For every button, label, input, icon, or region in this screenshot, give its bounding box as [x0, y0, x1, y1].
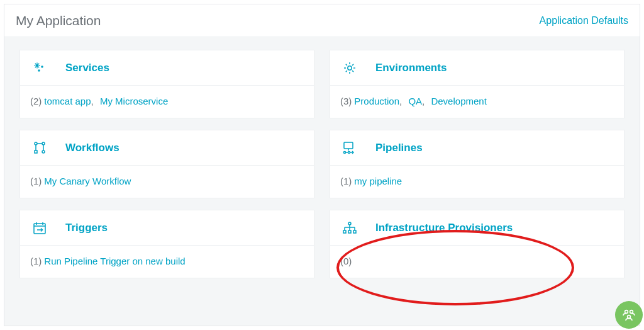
svg-line-19	[346, 71, 347, 72]
separator: ,	[399, 96, 402, 106]
svg-point-1	[41, 65, 43, 68]
gears-icon	[30, 60, 49, 76]
svg-point-48	[630, 310, 633, 314]
item-count: (1)	[30, 256, 42, 266]
workflows-card-header[interactable]: Workflows	[20, 130, 314, 166]
pipelines-card: Pipelines (1) my pipeline	[330, 130, 625, 198]
triggers-card-header[interactable]: Triggers	[20, 210, 314, 246]
calendar-arrow-icon	[30, 220, 49, 236]
hierarchy-icon	[340, 220, 359, 236]
workflow-link[interactable]: My Canary Workflow	[44, 176, 131, 186]
svg-rect-39	[343, 230, 346, 233]
svg-point-2	[38, 69, 40, 72]
svg-line-10	[35, 66, 36, 67]
svg-line-8	[38, 66, 39, 67]
card-title: Services	[65, 62, 109, 74]
svg-point-30	[348, 151, 350, 153]
svg-rect-41	[353, 230, 356, 233]
trigger-link[interactable]: Run Pipeline Trigger on new build	[44, 256, 185, 266]
svg-point-0	[36, 64, 38, 66]
triggers-card-body: (1) Run Pipeline Trigger on new build	[20, 246, 314, 278]
card-title: Pipelines	[375, 142, 423, 154]
infrastructure-provisioners-card-body: (0)	[330, 246, 624, 278]
services-card: Services (2) tomcat app, My Microservice	[19, 50, 314, 118]
pipeline-link[interactable]: my pipeline	[354, 176, 402, 186]
environments-card-header[interactable]: Environments	[330, 50, 624, 86]
header-bar: My Application Application Defaults	[4, 4, 640, 37]
service-link[interactable]: My Microservice	[100, 96, 168, 106]
pipelines-card-header[interactable]: Pipelines	[330, 130, 624, 166]
svg-line-17	[352, 71, 353, 72]
card-title: Triggers	[65, 222, 108, 234]
item-count: (1)	[340, 176, 352, 186]
pipeline-icon	[340, 140, 359, 156]
card-grid: Services (2) tomcat app, My Microservice	[4, 37, 640, 291]
svg-point-21	[42, 142, 45, 145]
separator: ,	[422, 96, 425, 106]
sun-icon	[340, 60, 359, 76]
svg-line-16	[346, 64, 347, 65]
svg-point-38	[348, 222, 351, 225]
environments-card-body: (3) Production, QA, Development	[330, 86, 624, 118]
item-count: (1)	[30, 176, 42, 186]
page-title: My Application	[16, 13, 101, 28]
community-fab[interactable]	[615, 301, 643, 329]
environments-card: Environments (3) Production, QA, Develop…	[330, 50, 625, 118]
card-title: Infrastructure Provisioners	[375, 222, 513, 234]
workflows-card-body: (1) My Canary Workflow	[20, 166, 314, 198]
pipelines-card-body: (1) my pipeline	[330, 166, 624, 198]
separator: ,	[91, 96, 94, 106]
svg-rect-33	[34, 224, 45, 234]
infrastructure-provisioners-card: Infrastructure Provisioners (0)	[330, 210, 625, 278]
item-count: (3)	[340, 96, 352, 106]
services-card-body: (2) tomcat app, My Microservice	[20, 86, 314, 118]
svg-line-9	[38, 63, 39, 64]
card-title: Workflows	[65, 142, 119, 154]
svg-point-23	[42, 151, 45, 153]
workflow-icon	[30, 140, 49, 156]
application-defaults-link[interactable]: Application Defaults	[540, 15, 628, 26]
item-count: (0)	[340, 256, 352, 266]
svg-point-20	[35, 142, 37, 145]
svg-point-47	[625, 310, 628, 314]
svg-rect-27	[344, 142, 353, 149]
item-count: (2)	[30, 96, 42, 106]
svg-line-7	[35, 63, 36, 64]
triggers-card: Triggers (1) Run Pipeline Trigger on new…	[19, 210, 314, 278]
card-title: Environments	[375, 62, 447, 74]
infrastructure-provisioners-card-header[interactable]: Infrastructure Provisioners	[330, 210, 624, 246]
environment-link[interactable]: Production	[354, 96, 399, 106]
workflows-card: Workflows (1) My Canary Workflow	[19, 130, 314, 198]
services-card-header[interactable]: Services	[20, 50, 314, 86]
service-link[interactable]: tomcat app	[44, 96, 91, 106]
svg-point-29	[343, 151, 345, 153]
svg-rect-40	[348, 230, 351, 233]
app-frame: My Application Application Defaults	[4, 4, 640, 326]
svg-line-18	[352, 64, 353, 65]
svg-rect-22	[35, 151, 37, 153]
svg-point-11	[348, 65, 352, 69]
svg-point-49	[628, 316, 631, 319]
environment-link[interactable]: QA	[408, 96, 422, 106]
environment-link[interactable]: Development	[431, 96, 486, 106]
